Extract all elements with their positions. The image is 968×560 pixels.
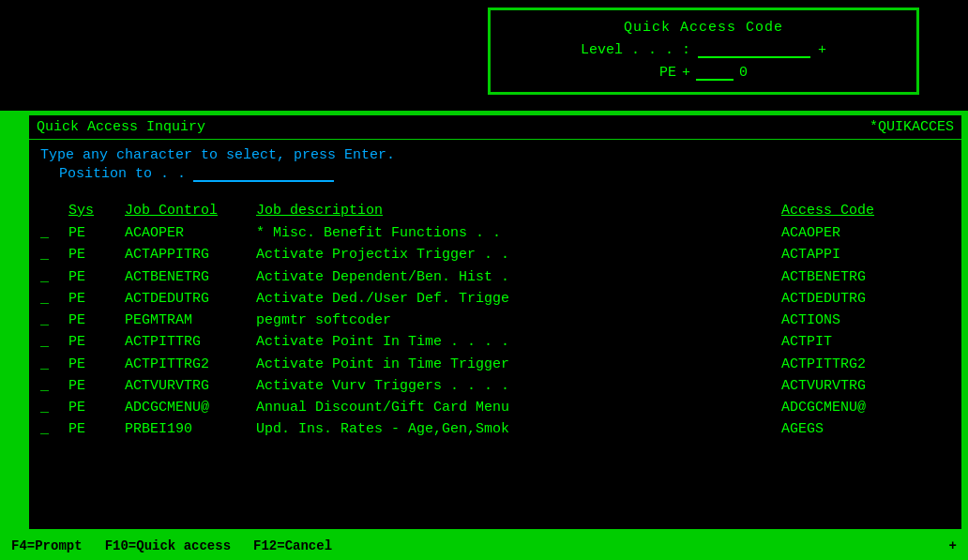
popup-pe-row: PE + 0 — [506, 64, 901, 81]
table-row[interactable]: _ PE ACTBENETRG Activate Dependent/Ben. … — [40, 266, 950, 288]
col-blank — [40, 203, 68, 219]
row-job-control: PRBEI190 — [125, 418, 256, 440]
position-row: Position to . . — [59, 165, 950, 182]
popup-level-row: Level . . . : + — [506, 41, 901, 58]
panel-program-name: *QUIKACCES — [870, 119, 954, 135]
row-select: _ — [40, 310, 68, 331]
row-access-code: ACAOPER — [781, 222, 950, 244]
row-access-code: ACTBENETRG — [781, 266, 950, 288]
row-job-desc: Annual Discount/Gift Card Menu — [256, 397, 781, 418]
row-job-control: ACTBENETRG — [125, 266, 256, 288]
row-job-control: PEGMTRAM — [125, 310, 256, 331]
row-job-control: ADCGCMENU@ — [125, 397, 256, 418]
table-row[interactable]: _ PE ADCGCMENU@ Annual Discount/Gift Car… — [40, 397, 950, 418]
table-rows: _ PE ACAOPER * Misc. Benefit Functions .… — [40, 222, 950, 441]
row-job-control: ACTVURVTRG — [125, 375, 256, 397]
row-job-desc: pegmtr softcoder — [256, 310, 781, 331]
row-sys: PE — [68, 354, 125, 375]
table-row[interactable]: _ PE ACTDEDUTRG Activate Ded./User Def. … — [40, 288, 950, 310]
row-sys: PE — [68, 288, 125, 310]
popup-level-label: Level . . . : — [581, 42, 690, 58]
row-select: _ — [40, 397, 68, 418]
row-job-control: ACTPITTRG — [125, 331, 256, 353]
panel-header: Quick Access Inquiry *QUIKACCES — [29, 115, 961, 140]
row-access-code: ACTAPPI — [781, 244, 950, 265]
popup-title: Quick Access Code — [506, 20, 901, 36]
popup-plus1: + — [818, 42, 826, 58]
popup-zero-input[interactable] — [696, 64, 734, 81]
row-access-code: ACTIONS — [781, 310, 950, 331]
row-access-code: ADCGCMENU@ — [781, 397, 950, 418]
key-f10[interactable]: F10=Quick access — [105, 538, 231, 553]
row-sys: PE — [68, 244, 125, 265]
bottom-plus: + — [949, 538, 957, 553]
quick-access-popup: Quick Access Code Level . . . : + PE + 0 — [488, 8, 919, 95]
row-select: _ — [40, 288, 68, 310]
row-job-desc: Activate Dependent/Ben. Hist . — [256, 266, 781, 288]
bottom-bar-keys: F4=Prompt F10=Quick access F12=Cancel — [11, 538, 332, 553]
row-select: _ — [40, 244, 68, 265]
row-job-control: ACTDEDUTRG — [125, 288, 256, 310]
row-access-code: ACTPITTRG2 — [781, 354, 950, 375]
table-row[interactable]: _ PE ACAOPER * Misc. Benefit Functions .… — [40, 222, 950, 244]
col-access-code: Access Code — [781, 203, 950, 219]
row-sys: PE — [68, 397, 125, 418]
col-job-description: Job description — [256, 203, 781, 219]
instruction-text: Type any character to select, press Ente… — [40, 147, 950, 163]
row-select: _ — [40, 266, 68, 288]
row-job-desc: Activate Point in Time Trigger — [256, 354, 781, 375]
row-job-desc: * Misc. Benefit Functions . . — [256, 222, 781, 244]
table-container: Sys Job Control Job description Access C… — [29, 203, 961, 441]
row-select: _ — [40, 354, 68, 375]
table-header: Sys Job Control Job description Access C… — [40, 203, 950, 219]
row-job-control: ACTAPPITRG — [125, 244, 256, 265]
row-access-code: AGEGS — [781, 418, 950, 440]
popup-plus2: + — [682, 65, 690, 81]
main-panel: Quick Access Inquiry *QUIKACCES Type any… — [26, 113, 964, 532]
row-sys: PE — [68, 222, 125, 244]
popup-pe-label: PE — [659, 65, 676, 81]
key-f12[interactable]: F12=Cancel — [253, 538, 332, 553]
row-job-control: ACAOPER — [125, 222, 256, 244]
row-select: _ — [40, 418, 68, 440]
table-row[interactable]: _ PE ACTVURVTRG Activate Vurv Triggers .… — [40, 375, 950, 397]
popup-level-value: 0 — [739, 65, 748, 81]
table-row[interactable]: _ PE PRBEI190 Upd. Ins. Rates - Age,Gen,… — [40, 418, 950, 440]
row-sys: PE — [68, 331, 125, 353]
key-f4[interactable]: F4=Prompt — [11, 538, 83, 553]
row-access-code: ACTVURVTRG — [781, 375, 950, 397]
table-row[interactable]: _ PE ACTPITTRG Activate Point In Time . … — [40, 331, 950, 353]
position-label: Position to . . — [59, 166, 186, 182]
position-input[interactable] — [193, 165, 334, 182]
row-sys: PE — [68, 310, 125, 331]
row-select: _ — [40, 331, 68, 353]
popup-level-input[interactable] — [698, 41, 810, 58]
row-job-desc: Activate Vurv Triggers . . . . — [256, 375, 781, 397]
row-sys: PE — [68, 418, 125, 440]
row-job-control: ACTPITTRG2 — [125, 354, 256, 375]
row-job-desc: Activate Ded./User Def. Trigge — [256, 288, 781, 310]
panel-body: Type any character to select, press Ente… — [29, 140, 961, 203]
table-row[interactable]: _ PE ACTAPPITRG Activate Projectix Trigg… — [40, 244, 950, 265]
panel-title: Quick Access Inquiry — [37, 119, 205, 135]
bottom-bar: F4=Prompt F10=Quick access F12=Cancel + — [0, 532, 968, 560]
col-sys: Sys — [68, 203, 125, 219]
row-job-desc: Upd. Ins. Rates - Age,Gen,Smok — [256, 418, 781, 440]
row-job-desc: Activate Point In Time . . . . — [256, 331, 781, 353]
table-row[interactable]: _ PE ACTPITTRG2 Activate Point in Time T… — [40, 354, 950, 375]
row-job-desc: Activate Projectix Trigger . . — [256, 244, 781, 265]
row-select: _ — [40, 222, 68, 244]
row-access-code: ACTDEDUTRG — [781, 288, 950, 310]
row-access-code: ACTPIT — [781, 331, 950, 353]
table-row[interactable]: _ PE PEGMTRAM pegmtr softcoder ACTIONS — [40, 310, 950, 331]
row-sys: PE — [68, 375, 125, 397]
row-select: _ — [40, 375, 68, 397]
col-job-control: Job Control — [125, 203, 256, 219]
row-sys: PE — [68, 266, 125, 288]
